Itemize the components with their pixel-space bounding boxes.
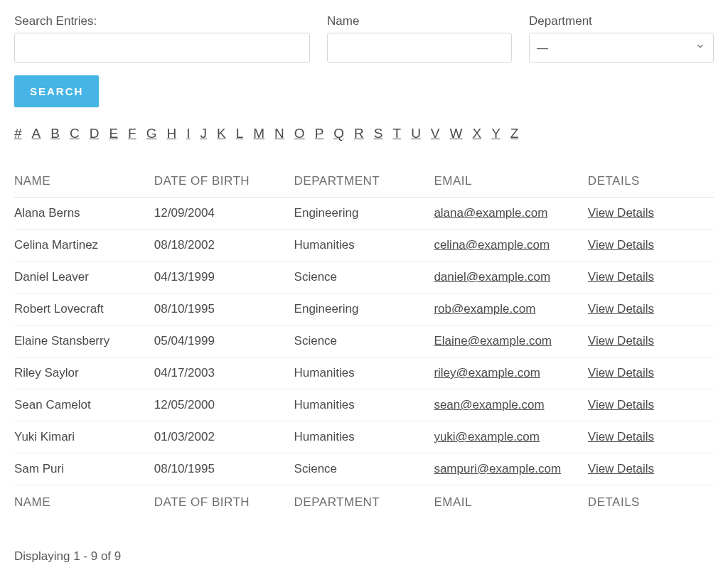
col-header-department: DEPARTMENT: [294, 166, 434, 198]
col-footer-name: NAME: [14, 485, 154, 519]
view-details-link[interactable]: View Details: [588, 462, 654, 475]
filter-bar: Search Entries: Name Department —: [14, 0, 714, 63]
table-row: Yuki Kimari01/03/2002Humanitiesyuki@exam…: [14, 421, 714, 453]
alpha-link[interactable]: V: [431, 126, 440, 141]
alpha-link[interactable]: F: [128, 126, 136, 141]
cell-department: Science: [294, 262, 434, 294]
cell-department: Engineering: [294, 198, 434, 230]
email-link[interactable]: sean@example.com: [434, 398, 544, 411]
cell-details: View Details: [588, 325, 714, 357]
entries-table: NAME DATE OF BIRTH DEPARTMENT EMAIL DETA…: [14, 166, 714, 518]
alpha-link[interactable]: S: [374, 126, 383, 141]
cell-name: Alana Berns: [14, 198, 154, 230]
email-link[interactable]: daniel@example.com: [434, 270, 550, 284]
cell-details: View Details: [588, 453, 714, 485]
col-header-name: NAME: [14, 166, 154, 198]
name-label: Name: [327, 14, 512, 28]
view-details-link[interactable]: View Details: [588, 270, 654, 284]
cell-dob: 04/13/1999: [154, 262, 294, 294]
alpha-link[interactable]: Q: [333, 126, 344, 141]
alpha-link[interactable]: U: [411, 126, 421, 141]
alpha-link[interactable]: M: [253, 126, 264, 141]
col-header-details: DETAILS: [588, 166, 714, 198]
alpha-link[interactable]: R: [354, 126, 364, 141]
filter-name: Name: [327, 14, 512, 63]
alpha-link[interactable]: Z: [510, 126, 519, 141]
cell-email: sean@example.com: [434, 389, 587, 421]
view-details-link[interactable]: View Details: [588, 334, 654, 348]
alpha-link[interactable]: W: [450, 126, 463, 141]
alpha-link[interactable]: K: [217, 126, 226, 141]
cell-department: Science: [294, 325, 434, 357]
email-link[interactable]: yuki@example.com: [434, 430, 540, 443]
cell-dob: 12/05/2000: [154, 389, 294, 421]
search-button[interactable]: SEARCH: [14, 75, 99, 107]
table-row: Daniel Leaver04/13/1999Sciencedaniel@exa…: [14, 262, 714, 294]
cell-department: Humanities: [294, 389, 434, 421]
cell-department: Engineering: [294, 294, 434, 325]
alpha-link[interactable]: E: [109, 126, 118, 141]
alpha-link[interactable]: J: [200, 126, 208, 141]
cell-email: sampuri@example.com: [434, 453, 587, 485]
alpha-link[interactable]: L: [236, 126, 244, 141]
cell-department: Humanities: [294, 421, 434, 453]
cell-email: alana@example.com: [434, 198, 587, 230]
col-header-dob: DATE OF BIRTH: [154, 166, 294, 198]
alpha-link[interactable]: X: [472, 126, 481, 141]
cell-name: Daniel Leaver: [14, 262, 154, 294]
alpha-link[interactable]: D: [90, 126, 100, 141]
table-footer-row: NAME DATE OF BIRTH DEPARTMENT EMAIL DETA…: [14, 485, 714, 519]
col-footer-details: DETAILS: [588, 485, 714, 519]
alpha-link[interactable]: P: [315, 126, 324, 141]
cell-dob: 08/10/1995: [154, 294, 294, 325]
email-link[interactable]: celina@example.com: [434, 238, 550, 252]
col-footer-email: EMAIL: [434, 485, 587, 519]
email-link[interactable]: rob@example.com: [434, 302, 535, 316]
cell-email: Elaine@example.com: [434, 325, 587, 357]
table-row: Alana Berns12/09/2004Engineeringalana@ex…: [14, 198, 714, 230]
table-row: Sean Camelot12/05/2000Humanitiessean@exa…: [14, 389, 714, 421]
alpha-link[interactable]: N: [274, 126, 284, 141]
cell-name: Yuki Kimari: [14, 421, 154, 453]
alpha-link[interactable]: G: [146, 126, 157, 141]
table-row: Robert Lovecraft08/10/1995Engineeringrob…: [14, 294, 714, 325]
email-link[interactable]: riley@example.com: [434, 366, 540, 380]
cell-email: rob@example.com: [434, 294, 587, 325]
view-details-link[interactable]: View Details: [588, 238, 654, 252]
table-row: Elaine Stansberry05/04/1999ScienceElaine…: [14, 325, 714, 357]
email-link[interactable]: alana@example.com: [434, 206, 547, 220]
view-details-link[interactable]: View Details: [588, 398, 654, 411]
alpha-link[interactable]: I: [186, 126, 190, 141]
cell-details: View Details: [588, 294, 714, 325]
view-details-link[interactable]: View Details: [588, 430, 654, 443]
cell-dob: 08/10/1995: [154, 453, 294, 485]
cell-department: Humanities: [294, 357, 434, 389]
alpha-link[interactable]: C: [70, 126, 80, 141]
alpha-link[interactable]: H: [167, 126, 177, 141]
alpha-link[interactable]: B: [50, 126, 60, 141]
search-input[interactable]: [14, 33, 310, 63]
cell-name: Celina Martinez: [14, 230, 154, 262]
filter-department: Department —: [529, 14, 714, 63]
cell-details: View Details: [588, 230, 714, 262]
cell-email: daniel@example.com: [434, 262, 587, 294]
table-row: Riley Saylor04/17/2003Humanitiesriley@ex…: [14, 357, 714, 389]
department-select[interactable]: —: [529, 33, 714, 63]
email-link[interactable]: sampuri@example.com: [434, 462, 561, 475]
alpha-link[interactable]: T: [393, 126, 402, 141]
view-details-link[interactable]: View Details: [588, 366, 654, 380]
email-link[interactable]: Elaine@example.com: [434, 334, 552, 348]
alpha-link[interactable]: O: [294, 126, 305, 141]
table-header-row: NAME DATE OF BIRTH DEPARTMENT EMAIL DETA…: [14, 166, 714, 198]
cell-details: View Details: [588, 262, 714, 294]
view-details-link[interactable]: View Details: [588, 206, 654, 220]
cell-details: View Details: [588, 389, 714, 421]
cell-details: View Details: [588, 421, 714, 453]
alpha-link[interactable]: #: [14, 126, 22, 141]
alpha-link[interactable]: A: [32, 126, 41, 141]
cell-details: View Details: [588, 198, 714, 230]
name-input[interactable]: [327, 33, 512, 63]
cell-dob: 01/03/2002: [154, 421, 294, 453]
alpha-link[interactable]: Y: [491, 126, 500, 141]
view-details-link[interactable]: View Details: [588, 302, 654, 316]
